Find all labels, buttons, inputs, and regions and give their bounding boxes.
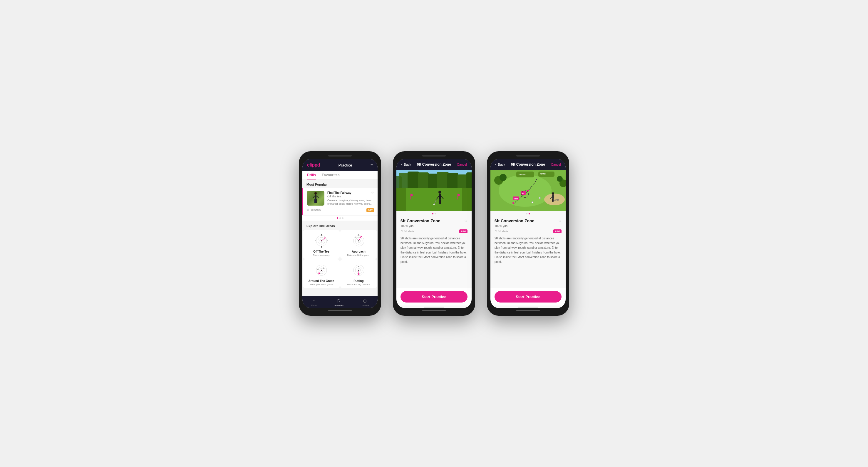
- golfer-image: [311, 192, 320, 205]
- atg-icon: [313, 263, 330, 277]
- putting-name: Putting: [353, 279, 364, 282]
- detail-title-2: 6ft Conversion Zone: [417, 162, 451, 167]
- phone-3-home-bar: [516, 310, 540, 311]
- svg-rect-53: [462, 188, 472, 211]
- tabs-bar: Drills Favourites: [302, 171, 378, 180]
- svg-line-21: [359, 236, 361, 241]
- scroll-content: Most Popular: [302, 180, 378, 296]
- skills-grid: Off The Tee Power accuracy: [302, 229, 378, 289]
- approach-icon-area: [350, 234, 368, 248]
- svg-point-89: [557, 176, 563, 182]
- skill-off-the-tee[interactable]: Off The Tee Power accuracy: [303, 230, 340, 259]
- ott-icon: [313, 234, 330, 248]
- clock-icon: ⏱: [307, 208, 309, 211]
- skill-approach[interactable]: Approach Dial-in to hit the green: [340, 230, 377, 259]
- putting-icon-area: [350, 263, 368, 277]
- nav-capture[interactable]: ⊕ Capture: [361, 298, 369, 307]
- featured-drill-card[interactable]: Find The Fairway Off The Tee ☆ Create an…: [302, 188, 378, 215]
- svg-point-79: [513, 202, 514, 204]
- svg-point-80: [527, 190, 529, 192]
- capture-icon: ⊕: [363, 298, 367, 304]
- start-practice-button-2[interactable]: Start Practice: [401, 291, 467, 302]
- svg-rect-5: [316, 199, 317, 203]
- clock-icon-2: ⏱: [401, 230, 403, 233]
- atg-desc: Hone your short game: [310, 283, 333, 286]
- skill-putting[interactable]: Putting Make and lag practice: [340, 259, 377, 288]
- svg-rect-59: [440, 199, 441, 204]
- nav-activities-label: Activities: [334, 304, 344, 307]
- golf-map: SAND FAIRWAY ROUGH Miss Hit: [490, 170, 566, 211]
- svg-rect-58: [439, 199, 440, 204]
- svg-rect-51: [405, 188, 463, 211]
- carousel-dots: [302, 215, 378, 221]
- star-icon-3[interactable]: ☆: [558, 219, 561, 223]
- svg-point-0: [314, 192, 317, 194]
- svg-rect-55: [439, 194, 441, 199]
- image-dots-3: [490, 211, 566, 215]
- ott-desc: Power accuracy: [313, 254, 330, 257]
- detail-body-3: 6ft Conversion Zone ☆ 10-50 yds ⏱ 20 sho…: [490, 215, 566, 288]
- hamburger-icon[interactable]: ≡: [371, 163, 373, 167]
- skill-around-green[interactable]: Around The Green Hone your short game: [303, 259, 340, 288]
- img-dot-3-2: [529, 213, 530, 214]
- svg-rect-1: [315, 194, 316, 199]
- dot-3: [342, 218, 343, 219]
- tab-drills[interactable]: Drills: [307, 171, 316, 179]
- star-icon-2[interactable]: ☆: [464, 219, 467, 223]
- ott-tag: OTT: [366, 208, 374, 212]
- svg-point-38: [358, 266, 360, 267]
- golf-map-svg: SAND FAIRWAY ROUGH Miss Hit: [490, 170, 566, 211]
- cancel-button-2[interactable]: Cancel: [457, 163, 467, 166]
- arg-tag-2: ARG: [459, 229, 467, 233]
- dot-2: [339, 218, 341, 219]
- phone-3-screen: < Back 6ft Conversion Zone Cancel SAND F…: [490, 159, 566, 308]
- svg-rect-82: [552, 195, 554, 199]
- shots-text-3: ⏱ 20 shots: [495, 230, 508, 233]
- shots-row-2: ⏱ 20 shots ARG: [401, 229, 467, 233]
- shots-text-2: ⏱ 20 shots: [401, 230, 414, 233]
- cancel-button-3[interactable]: Cancel: [551, 163, 561, 166]
- bottom-nav: ⌂ Home ⚐ Activities ⊕ Capture: [302, 296, 378, 308]
- svg-point-54: [438, 191, 441, 194]
- activities-icon: ⚐: [337, 298, 341, 304]
- ott-icon-area: [313, 234, 330, 248]
- atg-icon-area: [313, 263, 330, 277]
- back-button-2[interactable]: < Back: [401, 163, 411, 166]
- tab-favourites[interactable]: Favourites: [322, 171, 340, 179]
- drill-info: Find The Fairway Off The Tee ☆ Create an…: [327, 191, 374, 206]
- svg-point-30: [322, 268, 324, 269]
- drill-description-2: 20 shots are randomly generated at dista…: [401, 236, 467, 264]
- drill-title-3: 6ft Conversion Zone: [495, 219, 534, 223]
- approach-name: Approach: [352, 250, 366, 253]
- drill-thumbnail: [307, 191, 324, 206]
- most-popular-label: Most Popular: [302, 180, 378, 188]
- svg-rect-64: [458, 194, 458, 199]
- svg-text:ROUGH: ROUGH: [540, 173, 546, 175]
- title-row-2: 6ft Conversion Zone ☆: [401, 219, 467, 223]
- drill-range-2: 10-50 yds: [401, 224, 467, 228]
- favourite-star-icon[interactable]: ☆: [371, 191, 374, 198]
- phone-3: < Back 6ft Conversion Zone Cancel SAND F…: [487, 151, 569, 316]
- img-dot-3-1: [526, 213, 527, 214]
- home-bar-3: [518, 307, 538, 307]
- svg-point-81: [552, 192, 554, 195]
- atg-name: Around The Green: [309, 279, 334, 282]
- back-button-3[interactable]: < Back: [495, 163, 505, 166]
- detail-header-3: < Back 6ft Conversion Zone Cancel: [490, 159, 566, 170]
- approach-icon: [350, 234, 368, 248]
- nav-activities[interactable]: ⚐ Activities: [334, 298, 344, 307]
- svg-text:Miss: Miss: [514, 198, 518, 200]
- start-practice-button-3[interactable]: Start Practice: [495, 291, 561, 302]
- shots-row-3: ⏱ 20 shots ARG: [495, 229, 561, 233]
- svg-point-36: [358, 270, 360, 271]
- svg-point-15: [324, 237, 326, 238]
- svg-rect-84: [552, 199, 553, 202]
- nav-home[interactable]: ⌂ Home: [311, 298, 317, 307]
- putting-desc: Make and lag practice: [347, 283, 370, 286]
- svg-text:FAIRWAY: FAIRWAY: [519, 174, 527, 175]
- svg-rect-85: [553, 199, 554, 202]
- svg-rect-52: [396, 188, 406, 211]
- detail-image-3: SAND FAIRWAY ROUGH Miss Hit: [490, 170, 566, 211]
- drill-meta: ⏱ 10 shots OTT: [307, 208, 374, 212]
- img-dot-2: [435, 213, 436, 214]
